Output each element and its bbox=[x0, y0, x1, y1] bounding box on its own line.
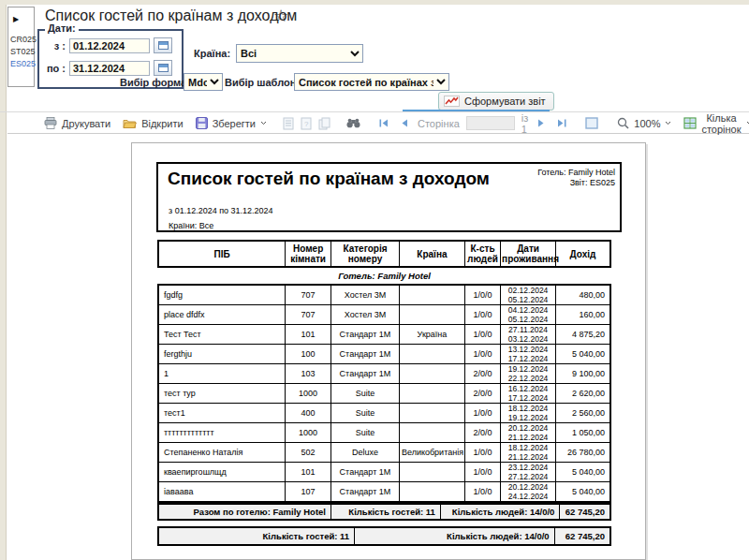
hotel-total-income: 62 745,20 bbox=[560, 504, 610, 520]
table-row: ттттттттттттт1000Suite2/0/020.12.2024 21… bbox=[158, 423, 610, 443]
cell-dates: 27.11.2024 03.12.2024 bbox=[501, 325, 556, 345]
cell-room: 400 bbox=[286, 404, 331, 423]
printer-icon bbox=[44, 117, 57, 129]
window-frame-left bbox=[0, 0, 7, 560]
cell-dates: 19.12.2024 22.12.2024 bbox=[501, 364, 556, 384]
cell-country bbox=[399, 482, 464, 503]
cell-people: 1/0/0 bbox=[464, 443, 500, 463]
cell-name: Степаненко Наталія bbox=[158, 443, 286, 463]
magnifier-icon bbox=[617, 117, 629, 129]
cell-income: 2 560,00 bbox=[556, 404, 610, 423]
cell-country: Великобританія bbox=[399, 443, 464, 463]
previous-page-button[interactable] bbox=[398, 117, 411, 129]
cell-country bbox=[399, 345, 464, 364]
sidebar-item-st025[interactable]: ST025 bbox=[10, 47, 34, 56]
last-page-icon bbox=[557, 119, 566, 127]
zoom-button[interactable]: 100% bbox=[614, 115, 674, 131]
cell-category: Suite bbox=[331, 404, 400, 423]
last-page-button[interactable] bbox=[554, 117, 569, 129]
cell-room: 707 bbox=[286, 305, 331, 325]
svg-text:?: ? bbox=[304, 120, 309, 128]
cell-room: 1000 bbox=[286, 423, 331, 443]
hotel-total-guests: Кількість гостей: 11 bbox=[331, 504, 441, 520]
cell-name: ттттттттттттт bbox=[158, 423, 286, 443]
cell-country bbox=[399, 384, 464, 404]
sidebar-item-cr025[interactable]: CR025 bbox=[10, 35, 34, 44]
template-select[interactable]: Список гостей по країнах з доходом bbox=[294, 73, 449, 91]
sidebar-expand-icon[interactable]: ▶ bbox=[13, 15, 34, 23]
open-button[interactable]: Відкрити bbox=[120, 116, 185, 131]
cell-name: fergthju bbox=[158, 345, 286, 364]
report-title: Список гостей по країнам з доходом bbox=[168, 169, 490, 189]
first-page-icon bbox=[379, 119, 389, 127]
first-page-button[interactable] bbox=[376, 117, 391, 129]
report-code-sidebar: ▶ CR025 ST025 ES025 bbox=[7, 7, 35, 87]
table-row: fergthju100Стандарт 1М1/0/013.12.2024 17… bbox=[158, 345, 610, 364]
cell-name: тест1 bbox=[158, 404, 286, 423]
print-button[interactable]: Друкувати bbox=[41, 115, 113, 131]
cell-category: Хостел 3М bbox=[331, 285, 400, 305]
date-to-input[interactable] bbox=[69, 61, 150, 76]
cell-category: Стандарт 1М bbox=[331, 364, 400, 384]
export-disabled-icon bbox=[283, 117, 294, 130]
cell-country bbox=[399, 285, 464, 305]
column-header-name: ПІБ bbox=[158, 241, 286, 267]
report-period: з 01.12.2024 по 31.12.2024 bbox=[169, 206, 273, 215]
chevron-down-icon bbox=[260, 121, 267, 125]
table-row: fgdfg707Хостел 3М1/0/002.12.2024 05.12.2… bbox=[158, 285, 610, 305]
table-row: тест тур1000Suite2/0/016.12.2024 17.12.2… bbox=[158, 384, 610, 404]
cell-category: Стандарт 1М bbox=[331, 482, 400, 503]
multipage-view-button[interactable]: Кілька сторінок bbox=[681, 111, 749, 137]
table-row: кваепиргошлщд101Стандарт 1М1/0/023.12.20… bbox=[158, 463, 610, 482]
window-frame-top bbox=[0, 0, 749, 5]
chevron-down-icon bbox=[746, 121, 749, 125]
open-folder-icon bbox=[123, 118, 137, 129]
cell-income: 5 040,00 bbox=[556, 482, 610, 503]
generate-report-button[interactable]: Сформувати звіт bbox=[438, 92, 554, 111]
country-label: Країна: bbox=[194, 48, 230, 59]
cell-country bbox=[399, 404, 464, 423]
calendar-icon bbox=[158, 64, 169, 72]
cell-income: 2 620,00 bbox=[556, 384, 610, 404]
cell-category: Suite bbox=[331, 423, 400, 443]
single-page-view-button[interactable] bbox=[582, 115, 601, 131]
column-header-room: Номер кімнати bbox=[286, 241, 331, 267]
cell-room: 101 bbox=[286, 325, 331, 345]
date-from-input[interactable] bbox=[69, 38, 150, 53]
country-select[interactable]: Всі bbox=[236, 44, 363, 63]
cell-name: Тест Тест bbox=[158, 325, 286, 345]
format-select[interactable]: Mdc bbox=[184, 73, 223, 91]
cell-people: 2/0/0 bbox=[464, 423, 500, 443]
grand-total-guests: Кількість гостей: 11 bbox=[158, 527, 355, 545]
sidebar-items: CR025 ST025 ES025 bbox=[8, 35, 34, 68]
sidebar-item-es025[interactable]: ES025 bbox=[10, 59, 34, 68]
next-page-button[interactable] bbox=[535, 117, 548, 129]
cell-name: іаваава bbox=[158, 482, 286, 503]
hotel-group-header: Готель: Family Hotel bbox=[157, 268, 611, 284]
cell-country bbox=[399, 364, 464, 384]
zoom-value: 100% bbox=[634, 118, 660, 129]
multipage-grid-icon bbox=[683, 117, 697, 129]
cell-dates: 20.12.2024 21.12.2024 bbox=[501, 423, 556, 443]
page-number-input[interactable] bbox=[466, 116, 515, 130]
grand-total-row: Кількість гостей: 11 Кількість людей: 14… bbox=[157, 526, 611, 546]
find-button[interactable] bbox=[344, 116, 363, 130]
column-header-dates: Дати проживання bbox=[501, 241, 556, 267]
date-from-calendar-button[interactable] bbox=[154, 37, 172, 53]
app-window: ▶ CR025 ST025 ES025 Список гостей по кра… bbox=[0, 0, 749, 560]
column-header-category: Категорія номеру bbox=[331, 241, 400, 267]
grand-total-people: Кількість людей: 14/0/0 bbox=[355, 527, 554, 545]
cell-name: тест тур bbox=[158, 384, 286, 404]
save-button[interactable]: Зберегти bbox=[193, 115, 270, 131]
calendar-icon bbox=[158, 41, 169, 50]
report-viewer-toolbar: Друкувати Відкрити Зберегти ? bbox=[7, 113, 749, 134]
cell-income: 5 040,00 bbox=[556, 345, 610, 364]
report-countries-filter: Країни: Все bbox=[169, 221, 213, 230]
favorite-star-icon[interactable]: ☆ bbox=[273, 6, 288, 26]
generate-report-label: Сформувати звіт bbox=[464, 96, 546, 107]
cell-category: Стандарт 1М bbox=[331, 345, 400, 364]
cell-room: 107 bbox=[286, 482, 331, 503]
date-to-calendar-button[interactable] bbox=[154, 60, 172, 76]
cell-people: 1/0/0 bbox=[464, 463, 500, 482]
cell-dates: 04.12.2024 05.12.2024 bbox=[501, 305, 556, 325]
